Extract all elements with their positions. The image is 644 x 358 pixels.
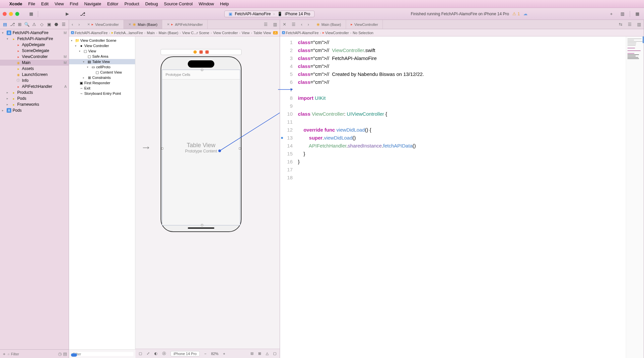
close-icon[interactable]: ✕ [128, 23, 131, 26]
symbol-navigator-icon[interactable]: ⊞ [17, 22, 23, 27]
scheme-device-selector[interactable]: ▣ FetchAPI-AlamoFire › 📱 iPhone 14 Pro [224, 11, 315, 17]
scm-filter-icon[interactable]: ▤ [63, 351, 67, 356]
code-content[interactable]: class="cm">// class="cm">// ViewControll… [295, 36, 626, 182]
library-button[interactable]: ▥ [618, 10, 626, 18]
menu-file[interactable]: File [28, 1, 35, 6]
warning-badge[interactable]: ⚠ [273, 31, 278, 34]
nav-item-pods[interactable]: ▸▸Pods [0, 95, 69, 101]
accessibility-icon[interactable]: Ⓐ [162, 351, 166, 356]
outline-item-first-responder[interactable]: ▣First Responder [69, 80, 135, 86]
navigator-filter-input[interactable] [11, 352, 57, 356]
view-controller-dock-icon[interactable] [193, 50, 197, 54]
table-view[interactable]: Prototype Cells Table View Prototype Con… [162, 70, 240, 225]
clock-filter-icon[interactable]: ◷ [58, 351, 62, 356]
nav-item-fetchapi-alamofire[interactable]: ▾AFetchAPI-AlamoFireM [0, 30, 69, 36]
pin-icon[interactable]: ⊞ [258, 351, 261, 356]
project-navigator-icon[interactable]: ▤ [2, 22, 8, 27]
debug-navigator-icon[interactable]: ▣ [46, 22, 52, 27]
project-navigator-tree[interactable]: ▾AFetchAPI-AlamoFireM▾▸FetchAPI-AlamoFir… [0, 29, 69, 349]
editor-options-button[interactable]: ☰ [261, 22, 270, 27]
outline-item-safe-area[interactable]: ▢Safe Area [69, 54, 135, 59]
menu-help[interactable]: Help [220, 1, 229, 6]
nav-item-assets[interactable]: ▸Assets [0, 66, 69, 72]
resize-handle[interactable] [201, 69, 203, 71]
nav-item-info[interactable]: ⓘInfo [0, 78, 69, 84]
nav-forward-button[interactable]: › [305, 22, 312, 27]
minimize-window-button[interactable] [9, 12, 13, 16]
add-editor-button[interactable]: ▥ [634, 22, 644, 27]
jump-bar-right[interactable]: A FetchAPI-AlamoFire› ▸ ViewController› … [280, 29, 644, 36]
outline-filter-input[interactable] [73, 352, 133, 356]
editor-options-button[interactable]: ☰ [625, 22, 634, 27]
run-button[interactable]: ▶ [63, 10, 71, 18]
outline-item-constraints[interactable]: ▸⊞Constraints [69, 75, 135, 80]
toggle-inspector-button[interactable]: ▦ [633, 10, 641, 18]
report-navigator-icon[interactable]: ☰ [61, 22, 67, 27]
nav-item-fetchapi-alamofire[interactable]: ▾▸FetchAPI-AlamoFire [0, 36, 69, 42]
outline-item-content-view[interactable]: ▢Content View [69, 70, 135, 75]
zoom-in-icon[interactable]: + [223, 352, 225, 356]
align-icon[interactable]: ⊟ [250, 351, 253, 356]
source-control-navigator-icon[interactable]: ⎇ [9, 22, 15, 27]
activity-icon[interactable]: ☁ [523, 11, 528, 16]
issue-navigator-icon[interactable]: ⚠ [31, 22, 37, 27]
nav-item-products[interactable]: ▸▸Products [0, 90, 69, 95]
nav-item-main[interactable]: ◉MainM [0, 60, 69, 66]
resize-handle[interactable] [201, 224, 203, 226]
exit-dock-icon[interactable] [205, 50, 209, 54]
add-editor-right-button[interactable]: ▥ [270, 22, 280, 27]
embed-icon[interactable]: ▢ [273, 351, 276, 356]
nav-back-button[interactable]: ‹ [298, 22, 305, 27]
outline-item-storyboard-entry-point[interactable]: →Storyboard Entry Point [69, 91, 135, 96]
outline-item-view-controller[interactable]: ▾●View Controller [69, 43, 135, 48]
jump-bar-left[interactable]: A FetchAPI-AlamoFire› ▸ FetchA...lamoFir… [69, 29, 280, 36]
orientation-icon[interactable]: ⤢ [147, 351, 150, 356]
outline-item-exit[interactable]: →Exit [69, 86, 135, 91]
storyboard-canvas[interactable]: Prototype Cells Table View Prototype Con… [135, 36, 280, 349]
line-gutter[interactable]: 123456789101112131415161718 [280, 36, 295, 358]
resize-handle[interactable] [161, 148, 163, 149]
tab-main-storyboard[interactable]: ✕ ◉ Main (Base) [124, 20, 162, 29]
code-editor[interactable]: 123456789101112131415161718 class="cm">/… [280, 36, 644, 358]
tab-viewcontroller[interactable]: ✕ ▸ ViewController [83, 20, 124, 29]
outline-item-view-controller-scene[interactable]: ▾📁View Controller Scene [69, 38, 135, 43]
zoom-level[interactable]: 82% [211, 352, 218, 356]
device-label[interactable]: iPhone 14 Pro [171, 351, 200, 356]
find-navigator-icon[interactable]: 🔍 [24, 22, 30, 27]
document-outline[interactable]: ▾📁View Controller Scene▾●View Controller… [69, 36, 135, 349]
nav-forward-button[interactable]: › [76, 22, 82, 27]
test-navigator-icon[interactable]: ◇ [39, 22, 45, 27]
close-icon[interactable]: ✕ [167, 23, 170, 26]
nav-item-appdelegate[interactable]: ▸AppDelegate [0, 42, 69, 48]
zoom-window-button[interactable] [15, 12, 19, 16]
nav-back-button[interactable]: ‹ [69, 22, 76, 27]
tab-viewcontroller[interactable]: ▸ ViewController [346, 20, 383, 29]
debug-indicator[interactable] [71, 353, 77, 357]
related-items-button[interactable]: ☰ [289, 22, 298, 27]
tab-apifetchhandler[interactable]: ✕ ▸ APIFetchHandler [162, 20, 208, 29]
nav-item-frameworks[interactable]: ▸▸Frameworks [0, 101, 69, 107]
close-window-button[interactable] [3, 12, 7, 16]
first-responder-dock-icon[interactable] [199, 50, 203, 54]
resolve-icon[interactable]: △ [266, 351, 268, 356]
nav-item-launchscreen[interactable]: ◉LaunchScreen [0, 72, 69, 78]
menu-source-control[interactable]: Source Control [164, 1, 193, 6]
close-icon[interactable]: ✕ [87, 23, 90, 26]
warning-indicator[interactable]: ⚠ 1 [512, 11, 520, 16]
outline-item-cellproto[interactable]: ▾▭cellProto [69, 64, 135, 70]
resize-handle[interactable] [239, 148, 241, 149]
menu-debug[interactable]: Debug [145, 1, 158, 6]
add-editor-button[interactable]: ＋ [607, 10, 615, 18]
menu-view[interactable]: View [54, 1, 64, 6]
code-review-button[interactable]: ⇆ [616, 22, 625, 27]
menu-find[interactable]: Find [70, 1, 78, 6]
outline-item-table-view[interactable]: ▾▤Table View [69, 59, 135, 64]
close-editor-button[interactable]: ✕ [280, 22, 289, 27]
entry-point-arrow-icon[interactable]: → [141, 141, 151, 153]
device-config-icon[interactable]: ▢ [139, 351, 142, 356]
app-menu[interactable]: Xcode [9, 1, 22, 6]
breakpoint-navigator-icon[interactable]: ⬣ [53, 22, 59, 27]
nav-item-scenedelegate[interactable]: ▸SceneDelegate [0, 48, 69, 54]
nav-item-pods[interactable]: ▸APods [0, 107, 69, 113]
nav-item-apifetchhandler[interactable]: ▸APIFetchHandlerA [0, 84, 69, 90]
